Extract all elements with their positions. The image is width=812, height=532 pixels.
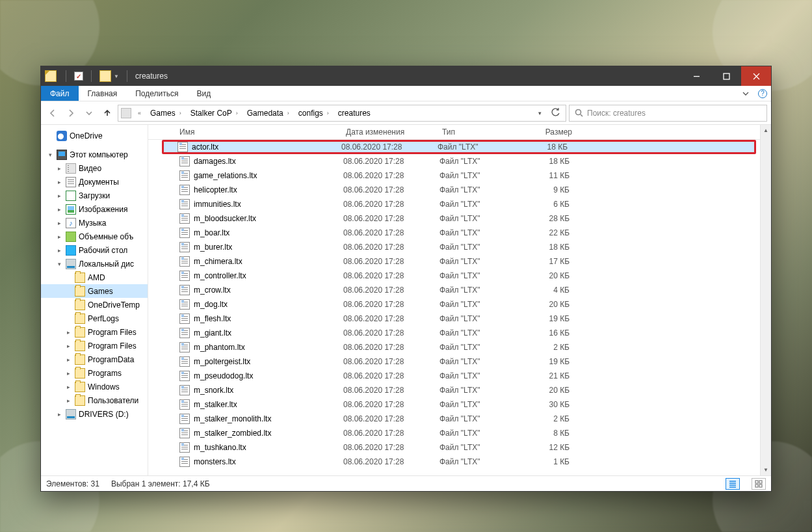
file-row[interactable]: m_phantom.ltx08.06.2020 17:28Файл "LTX"2… bbox=[148, 340, 760, 354]
tree-item[interactable]: ▾Этот компьютер bbox=[41, 148, 148, 161]
file-row[interactable]: m_boar.ltx08.06.2020 17:28Файл "LTX"22 К… bbox=[148, 226, 760, 240]
minimize-button[interactable] bbox=[681, 66, 711, 86]
col-size[interactable]: Размер bbox=[514, 127, 572, 137]
file-row[interactable]: m_tushkano.ltx08.06.2020 17:28Файл "LTX"… bbox=[148, 440, 760, 455]
breadcrumb[interactable]: configs› bbox=[295, 107, 333, 119]
expand-icon[interactable]: ▸ bbox=[55, 179, 63, 185]
file-row[interactable]: m_stalker.ltx08.06.2020 17:28Файл "LTX"3… bbox=[148, 397, 760, 412]
expand-icon[interactable]: ▸ bbox=[55, 220, 63, 226]
col-date[interactable]: Дата изменения bbox=[346, 127, 442, 137]
expand-icon[interactable]: ▾ bbox=[46, 152, 54, 158]
expand-icon[interactable]: ▸ bbox=[64, 343, 72, 349]
tree-item[interactable]: ▸Пользователи bbox=[41, 393, 148, 407]
expand-icon[interactable]: ▸ bbox=[55, 206, 63, 213]
tree-item[interactable]: OneDrive bbox=[41, 129, 148, 142]
breadcrumb[interactable]: creatures bbox=[334, 107, 374, 119]
tree-item[interactable]: ▸ProgramData bbox=[41, 352, 148, 366]
tree-item[interactable]: ▸Program Files bbox=[41, 325, 148, 339]
tree-item[interactable]: ▸Объемные объ bbox=[41, 230, 148, 243]
file-row[interactable]: m_snork.ltx08.06.2020 17:28Файл "LTX"20 … bbox=[148, 383, 760, 397]
nav-recent-button[interactable] bbox=[81, 105, 97, 121]
breadcrumb[interactable]: Gamedata› bbox=[243, 107, 293, 119]
file-row[interactable]: m_stalker_monolith.ltx08.06.2020 17:28Фа… bbox=[148, 412, 760, 426]
tree-item[interactable]: ▸Видео bbox=[41, 161, 148, 175]
expand-icon[interactable]: ▸ bbox=[55, 193, 63, 199]
nav-back-button[interactable] bbox=[45, 105, 60, 121]
file-row[interactable]: game_relations.ltx08.06.2020 17:28Файл "… bbox=[148, 168, 760, 183]
tree-item[interactable]: ▸Изображения bbox=[41, 202, 148, 216]
qat-new-folder-icon[interactable] bbox=[99, 70, 111, 82]
breadcrumb[interactable]: Stalker CoP› bbox=[187, 107, 242, 119]
help-button[interactable]: ? bbox=[754, 86, 771, 101]
expand-icon[interactable]: ▸ bbox=[64, 397, 72, 404]
tree-item[interactable]: ▸Windows bbox=[41, 380, 148, 393]
tree-item[interactable]: PerfLogs bbox=[41, 312, 148, 325]
nav-up-button[interactable] bbox=[99, 105, 115, 121]
tree-item[interactable]: ▸Загрузки bbox=[41, 189, 148, 202]
col-type[interactable]: Тип bbox=[442, 127, 514, 137]
expand-ribbon-icon[interactable] bbox=[737, 86, 754, 101]
address-dropdown-icon[interactable]: ▾ bbox=[533, 110, 546, 116]
tree-item[interactable]: Games bbox=[41, 284, 148, 298]
tree-item[interactable]: OneDriveTemp bbox=[41, 298, 148, 312]
file-list[interactable]: actor.ltx08.06.2020 17:28Файл "LTX"18 КБ… bbox=[148, 140, 760, 475]
close-button[interactable] bbox=[741, 66, 771, 86]
breadcrumb-root[interactable]: « bbox=[133, 109, 145, 118]
tree-item[interactable]: ▸♪Музыка bbox=[41, 216, 148, 230]
qat-dropdown-icon[interactable]: ▼ bbox=[114, 73, 119, 79]
file-row[interactable]: actor.ltx08.06.2020 17:28Файл "LTX"18 КБ bbox=[148, 140, 760, 154]
expand-icon[interactable]: ▸ bbox=[64, 370, 72, 377]
file-row[interactable]: m_pseudodog.ltx08.06.2020 17:28Файл "LTX… bbox=[148, 369, 760, 383]
maximize-button[interactable] bbox=[711, 66, 741, 86]
file-row[interactable]: m_poltergeist.ltx08.06.2020 17:28Файл "L… bbox=[148, 354, 760, 369]
file-row[interactable]: damages.ltx08.06.2020 17:28Файл "LTX"18 … bbox=[148, 154, 760, 168]
file-row[interactable]: m_burer.ltx08.06.2020 17:28Файл "LTX"18 … bbox=[148, 240, 760, 254]
tree-item[interactable]: AMD bbox=[41, 271, 148, 284]
tree-item[interactable]: ▸Programs bbox=[41, 366, 148, 380]
navigation-pane[interactable]: OneDrive▾Этот компьютер▸Видео▸Документы▸… bbox=[41, 125, 148, 475]
file-type: Файл "LTX" bbox=[439, 200, 511, 209]
view-large-button[interactable] bbox=[752, 478, 766, 490]
refresh-button[interactable] bbox=[547, 108, 563, 118]
address-bar[interactable]: « Games› Stalker CoP› Gamedata› configs›… bbox=[118, 105, 566, 122]
file-row[interactable]: m_chimera.ltx08.06.2020 17:28Файл "LTX"1… bbox=[148, 254, 760, 269]
scroll-down-icon[interactable]: ▼ bbox=[761, 464, 771, 475]
file-row[interactable]: monsters.ltx08.06.2020 17:28Файл "LTX"1 … bbox=[148, 455, 760, 469]
expand-icon[interactable]: ▸ bbox=[55, 165, 63, 172]
view-details-button[interactable] bbox=[726, 478, 740, 490]
scrollbar[interactable]: ▲ ▼ bbox=[760, 125, 771, 475]
file-row[interactable]: m_dog.ltx08.06.2020 17:28Файл "LTX"20 КБ bbox=[148, 297, 760, 312]
tree-item[interactable]: ▸Документы bbox=[41, 175, 148, 189]
tree-item[interactable]: ▸Рабочий стол bbox=[41, 243, 148, 257]
dl-icon bbox=[66, 191, 76, 201]
expand-icon[interactable]: ▸ bbox=[64, 356, 72, 363]
scroll-up-icon[interactable]: ▲ bbox=[761, 125, 771, 136]
qat-properties-icon[interactable]: ✓ bbox=[74, 72, 83, 81]
tab-view[interactable]: Вид bbox=[187, 86, 220, 101]
expand-icon[interactable]: ▸ bbox=[64, 329, 72, 336]
file-row[interactable]: m_controller.ltx08.06.2020 17:28Файл "LT… bbox=[148, 269, 760, 283]
col-name[interactable]: Имя bbox=[179, 127, 346, 137]
breadcrumb[interactable]: Games› bbox=[146, 107, 185, 119]
tab-share[interactable]: Поделиться bbox=[126, 86, 187, 101]
expand-icon[interactable]: ▸ bbox=[55, 411, 63, 418]
file-row[interactable]: m_bloodsucker.ltx08.06.2020 17:28Файл "L… bbox=[148, 211, 760, 226]
expand-icon[interactable]: ▾ bbox=[55, 261, 63, 267]
file-row[interactable]: m_crow.ltx08.06.2020 17:28Файл "LTX"4 КБ bbox=[148, 283, 760, 297]
file-row[interactable]: helicopter.ltx08.06.2020 17:28Файл "LTX"… bbox=[148, 183, 760, 197]
tree-item[interactable]: ▸DRIVERS (D:) bbox=[41, 407, 148, 421]
file-row[interactable]: m_flesh.ltx08.06.2020 17:28Файл "LTX"19 … bbox=[148, 312, 760, 326]
tab-file[interactable]: Файл bbox=[41, 86, 79, 101]
search-box[interactable]: Поиск: creatures bbox=[569, 105, 767, 122]
expand-icon[interactable]: ▸ bbox=[64, 384, 72, 390]
expand-icon[interactable]: ▸ bbox=[55, 247, 63, 254]
tree-item[interactable]: ▸Program Files bbox=[41, 339, 148, 352]
file-size: 8 КБ bbox=[511, 429, 570, 438]
file-row[interactable]: m_giant.ltx08.06.2020 17:28Файл "LTX"16 … bbox=[148, 326, 760, 340]
tree-item[interactable]: ▾Локальный дис bbox=[41, 257, 148, 271]
expand-icon[interactable]: ▸ bbox=[55, 233, 63, 240]
file-row[interactable]: m_stalker_zombied.ltx08.06.2020 17:28Фай… bbox=[148, 426, 760, 440]
title-bar[interactable]: ✓ ▼ creatures bbox=[41, 66, 771, 86]
tab-home[interactable]: Главная bbox=[79, 86, 127, 101]
file-row[interactable]: immunities.ltx08.06.2020 17:28Файл "LTX"… bbox=[148, 197, 760, 211]
